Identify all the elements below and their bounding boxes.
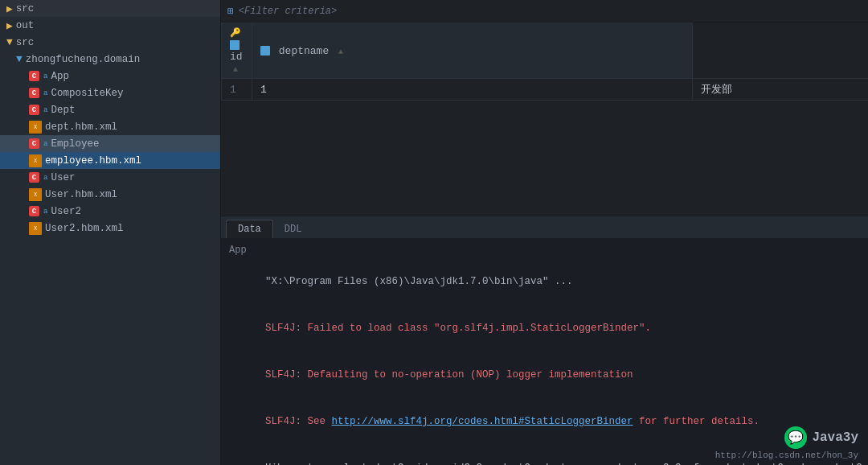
sort-arrow-deptname: ▲ bbox=[338, 47, 343, 56]
sidebar-item-employee-xml[interactable]: X employee.hbm.xml bbox=[0, 152, 220, 169]
sort-arrow-id: ▲ bbox=[233, 65, 238, 74]
slf4j-link[interactable]: http://www.slf4j.org/codes.html#StaticLo… bbox=[332, 416, 633, 427]
package-icon: ▼ bbox=[16, 53, 23, 65]
sidebar-item-dept[interactable]: C a Dept bbox=[0, 101, 220, 118]
sidebar-item-user2-xml[interactable]: X User2.hbm.xml bbox=[0, 220, 220, 237]
brand-url: http://blog.csdn.net/hon_3y bbox=[715, 451, 858, 460]
sidebar-item-dept-xml[interactable]: X dept.hbm.xml bbox=[0, 118, 220, 135]
class-badge: C a bbox=[29, 105, 47, 115]
filter-bar: ⊞ <Filter criteria> bbox=[221, 0, 868, 23]
interface-badge: a bbox=[43, 140, 47, 148]
row-num: 1 bbox=[222, 79, 252, 101]
sidebar-label: App bbox=[51, 71, 69, 82]
class-badge: C a bbox=[29, 138, 47, 149]
sidebar-item-compositekey[interactable]: C a CompositeKey bbox=[0, 84, 220, 101]
sidebar-item-out[interactable]: ▶ out bbox=[0, 17, 220, 34]
table-header-id: 🔑 id ▲ bbox=[222, 23, 252, 79]
sidebar-label: src bbox=[16, 3, 35, 14]
interface-badge: a bbox=[43, 174, 47, 182]
folder-icon: ▼ bbox=[6, 36, 13, 48]
sidebar-label: Dept bbox=[51, 105, 75, 116]
console-java-cmd: "X:\Program Files (x86)\Java\jdk1.7.0\bi… bbox=[229, 259, 868, 306]
class-badge: C a bbox=[29, 71, 47, 81]
cell-deptname: 开发部 bbox=[693, 79, 868, 101]
xml-icon: X bbox=[29, 154, 42, 167]
class-badge: C a bbox=[29, 172, 47, 183]
sidebar-label: User2.hbm.xml bbox=[45, 223, 124, 234]
console-slf4j-1: SLF4J: Failed to load class "org.slf4j.i… bbox=[229, 306, 868, 352]
class-badge: C a bbox=[29, 88, 47, 98]
sidebar-label: CompositeKey bbox=[51, 88, 123, 99]
interface-badge: a bbox=[43, 72, 47, 80]
sidebar-item-employee[interactable]: C a Employee bbox=[0, 135, 220, 152]
sidebar-item-user2[interactable]: C a User2 bbox=[0, 203, 220, 220]
xml-icon: X bbox=[29, 121, 42, 134]
cell-id: 1 bbox=[252, 79, 693, 101]
interface-badge: a bbox=[43, 208, 47, 216]
key-icon: 🔑 bbox=[230, 28, 241, 38]
sidebar-label: dept.hbm.xml bbox=[45, 121, 117, 133]
sidebar-item-src-top[interactable]: ▶ src bbox=[0, 0, 220, 17]
watermark: 💬 Java3y http://blog.csdn.net/hon_3y bbox=[715, 426, 858, 460]
sidebar-item-app[interactable]: C a App bbox=[0, 68, 220, 84]
main-area: ⊞ <Filter criteria> 🔑 id ▲ deptname ▲ bbox=[221, 0, 868, 465]
filter-icon: ⊞ bbox=[227, 5, 234, 18]
slf4j-prefix: SLF4J: See bbox=[265, 416, 332, 427]
folder-icon: ▶ bbox=[6, 2, 13, 15]
data-table: 🔑 id ▲ deptname ▲ 1 1 开发部 bbox=[221, 23, 868, 101]
tab-data[interactable]: Data bbox=[226, 220, 273, 238]
sidebar-label: zhongfucheng.domain bbox=[26, 54, 141, 65]
sidebar-item-user-xml[interactable]: X User.hbm.xml bbox=[0, 186, 220, 203]
col-type-icon bbox=[260, 46, 270, 56]
sidebar-label: employee.hbm.xml bbox=[45, 155, 141, 167]
brand-name: Java3y bbox=[812, 430, 858, 445]
wechat-icon: 💬 bbox=[784, 426, 807, 449]
xml-icon: X bbox=[29, 188, 42, 201]
watermark-brand: 💬 Java3y bbox=[784, 426, 858, 449]
table-row[interactable]: 1 1 开发部 bbox=[222, 79, 869, 101]
sidebar-label: User bbox=[51, 172, 75, 183]
filter-criteria-text: <Filter criteria> bbox=[239, 6, 337, 17]
sidebar-label: User2 bbox=[51, 206, 81, 217]
sidebar-label: out bbox=[16, 20, 35, 31]
xml-icon: X bbox=[29, 222, 42, 235]
console-app-label: App bbox=[229, 243, 868, 258]
console-slf4j-2: SLF4J: Defaulting to no-operation (NOP) … bbox=[229, 352, 868, 399]
class-badge: C a bbox=[29, 206, 47, 216]
col-type-icon bbox=[230, 40, 240, 50]
db-table-area: 🔑 id ▲ deptname ▲ 1 1 开发部 bbox=[221, 23, 868, 216]
sidebar-item-user[interactable]: C a User bbox=[0, 169, 220, 186]
sidebar-label: User.hbm.xml bbox=[45, 189, 117, 200]
table-header-deptname: deptname ▲ bbox=[252, 23, 693, 79]
sidebar-item-src[interactable]: ▼ src bbox=[0, 34, 220, 51]
sidebar-label: src bbox=[16, 37, 35, 48]
sidebar-label: Employee bbox=[51, 138, 99, 150]
interface-badge: a bbox=[43, 89, 47, 97]
sidebar-item-domain[interactable]: ▼ zhongfucheng.domain bbox=[0, 51, 220, 68]
tab-ddl[interactable]: DDL bbox=[273, 220, 313, 238]
sidebar: ▶ src ▶ out ▼ src ▼ zhongfucheng.domain … bbox=[0, 0, 221, 465]
folder-icon: ▶ bbox=[6, 19, 13, 32]
interface-badge: a bbox=[43, 106, 47, 114]
tab-bar: Data DDL bbox=[221, 216, 868, 238]
